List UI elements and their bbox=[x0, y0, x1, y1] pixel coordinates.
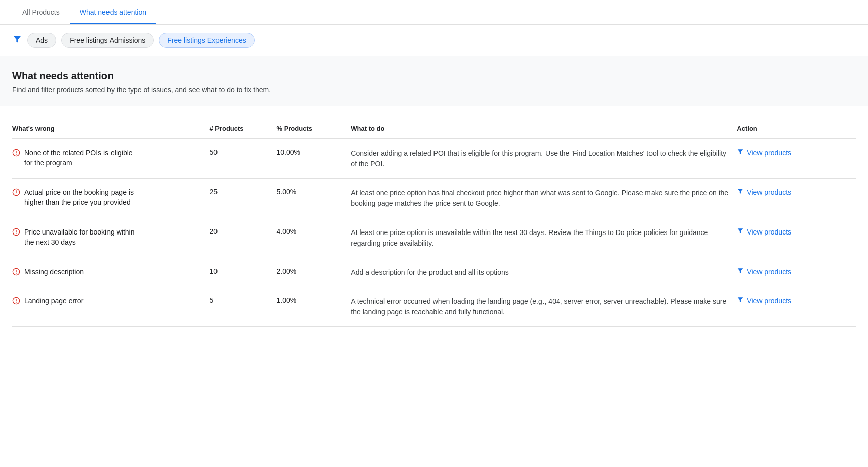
what-to-do-cell: Consider adding a related POI that is el… bbox=[351, 139, 737, 179]
banner-title: What needs attention bbox=[12, 70, 856, 82]
what-to-do-cell: Add a description for the product and al… bbox=[351, 258, 737, 287]
svg-point-11 bbox=[16, 273, 16, 274]
issue-cell: Landing page error bbox=[12, 296, 138, 307]
filter-icon bbox=[12, 34, 22, 47]
warning-icon bbox=[12, 228, 20, 238]
view-products-button[interactable]: View products bbox=[737, 227, 791, 236]
col-header-whats-wrong: What's wrong bbox=[12, 119, 209, 139]
view-products-button[interactable]: View products bbox=[737, 296, 791, 305]
svg-point-14 bbox=[16, 302, 16, 303]
what-to-do-cell: At least one price option has final chec… bbox=[351, 179, 737, 218]
svg-point-5 bbox=[16, 194, 16, 194]
col-header-what-to-do: What to do bbox=[351, 119, 737, 139]
col-header-num-products: # Products bbox=[209, 119, 276, 139]
what-to-do-cell: A technical error occurred when loading … bbox=[351, 287, 737, 327]
banner-description: Find and filter products sorted by the t… bbox=[12, 86, 856, 94]
issue-text: None of the related POIs is eligible for… bbox=[24, 148, 138, 168]
issue-cell: Actual price on the booking page is high… bbox=[12, 188, 138, 207]
table-row: Actual price on the booking page is high… bbox=[12, 179, 856, 218]
issue-cell: Missing description bbox=[12, 267, 138, 278]
what-to-do-cell: At least one price option is unavailable… bbox=[351, 218, 737, 258]
issue-text: Missing description bbox=[24, 267, 84, 277]
issue-cell: None of the related POIs is eligible for… bbox=[12, 148, 138, 168]
view-products-button[interactable]: View products bbox=[737, 267, 791, 276]
filter-chip-free-listings-admissions[interactable]: Free listings Admissions bbox=[61, 33, 154, 48]
filter-btn-icon bbox=[737, 227, 744, 236]
table-row: Landing page error 5 1.00% A technical e… bbox=[12, 287, 856, 327]
filter-chip-ads[interactable]: Ads bbox=[27, 33, 56, 48]
attention-banner: What needs attention Find and filter pro… bbox=[0, 56, 868, 106]
col-header-pct-products: % Products bbox=[276, 119, 351, 139]
warning-icon bbox=[12, 149, 20, 159]
filter-chip-free-listings-experiences[interactable]: Free listings Experiences bbox=[159, 33, 254, 48]
warning-icon bbox=[12, 188, 20, 198]
filter-bar: Ads Free listings Admissions Free listin… bbox=[0, 25, 868, 56]
action-cell: View products bbox=[737, 258, 856, 287]
warning-icon bbox=[12, 297, 20, 307]
action-cell: View products bbox=[737, 139, 856, 179]
pct-products-cell: 2.00% bbox=[276, 258, 351, 287]
pct-products-cell: 10.00% bbox=[276, 139, 351, 179]
table-row: None of the related POIs is eligible for… bbox=[12, 139, 856, 179]
tab-what-needs-attention[interactable]: What needs attention bbox=[70, 0, 156, 24]
svg-point-2 bbox=[16, 154, 16, 155]
tab-all-products[interactable]: All Products bbox=[12, 0, 70, 24]
action-cell: View products bbox=[737, 179, 856, 218]
warning-icon bbox=[12, 268, 20, 278]
action-cell: View products bbox=[737, 218, 856, 258]
table-row: Price unavailable for booking within the… bbox=[12, 218, 856, 258]
tabs-bar: All Products What needs attention bbox=[0, 0, 868, 25]
num-products-cell: 50 bbox=[209, 139, 276, 179]
num-products-cell: 10 bbox=[209, 258, 276, 287]
table-row: Missing description 10 2.00% Add a descr… bbox=[12, 258, 856, 287]
pct-products-cell: 4.00% bbox=[276, 218, 351, 258]
table-container: What's wrong # Products % Products What … bbox=[0, 106, 868, 339]
pct-products-cell: 5.00% bbox=[276, 179, 351, 218]
pct-products-cell: 1.00% bbox=[276, 287, 351, 327]
num-products-cell: 20 bbox=[209, 218, 276, 258]
filter-btn-icon bbox=[737, 267, 744, 276]
filter-btn-icon bbox=[737, 148, 744, 157]
view-products-button[interactable]: View products bbox=[737, 188, 791, 196]
action-cell: View products bbox=[737, 287, 856, 327]
svg-point-8 bbox=[16, 234, 16, 234]
issue-text: Landing page error bbox=[24, 296, 83, 306]
num-products-cell: 5 bbox=[209, 287, 276, 327]
view-products-button[interactable]: View products bbox=[737, 148, 791, 157]
filter-btn-icon bbox=[737, 296, 744, 305]
filter-btn-icon bbox=[737, 188, 744, 196]
issue-cell: Price unavailable for booking within the… bbox=[12, 227, 138, 247]
col-header-action: Action bbox=[737, 119, 856, 139]
issue-text: Actual price on the booking page is high… bbox=[24, 188, 138, 207]
num-products-cell: 25 bbox=[209, 179, 276, 218]
issue-text: Price unavailable for booking within the… bbox=[24, 227, 138, 247]
issues-table: What's wrong # Products % Products What … bbox=[12, 119, 856, 327]
